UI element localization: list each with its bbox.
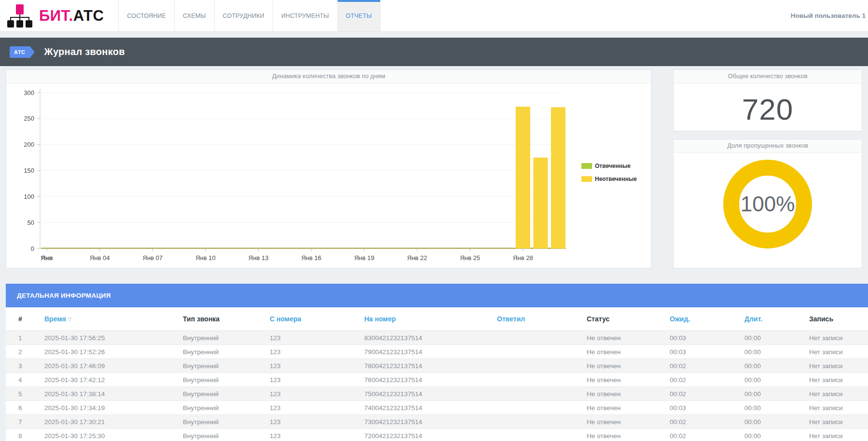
col-wait[interactable]: Ожид.	[670, 307, 744, 331]
chart-title: Динамика количества звонков по дням	[6, 70, 651, 83]
svg-text:100: 100	[24, 193, 34, 200]
call-cell: Нет записи	[809, 331, 868, 345]
legend-label: Отвеченные	[595, 163, 631, 169]
call-cell: 00:00	[744, 359, 809, 373]
call-cell: Нет записи	[809, 429, 868, 441]
org-chart-logo-icon	[7, 4, 33, 28]
call-cell	[497, 373, 587, 387]
call-cell: Внутренний	[183, 373, 270, 387]
call-cell: 7900421232137514	[364, 345, 497, 359]
col-time[interactable]: Время▽	[44, 307, 183, 331]
call-cell: Внутренний	[183, 345, 270, 359]
tab-instrumenty[interactable]: ИНСТРУМЕНТЫ	[273, 0, 338, 31]
call-cell: 00:02	[670, 359, 744, 373]
call-cell: 123	[270, 387, 364, 401]
call-cell: Нет записи	[809, 345, 868, 359]
brand-name: БИТ.АТС	[39, 7, 104, 25]
bar-chart-svg: 050100150200250300ЯнвЯнв 04Янв 07Янв 10Я…	[6, 83, 664, 269]
user-menu[interactable]: Новый пользователь 1	[791, 0, 868, 31]
stats-column: Общее количество звонков 720 Доля пропущ…	[673, 69, 862, 268]
call-cell: 3	[6, 359, 44, 373]
legend-swatch-icon	[581, 163, 592, 169]
call-cell: 2025-01-30 17:38:14	[44, 387, 183, 401]
call-cell: 6	[6, 401, 44, 415]
svg-text:Янв 28: Янв 28	[513, 254, 533, 262]
main-nav: СОСТОЯНИЕ СХЕМЫ СОТРУДНИКИ ИНСТРУМЕНТЫ О…	[118, 0, 380, 31]
call-cell: 00:03	[670, 401, 744, 415]
call-cell: Внутренний	[183, 331, 270, 345]
svg-text:Янв 22: Янв 22	[407, 254, 427, 262]
svg-text:50: 50	[28, 219, 34, 226]
svg-text:150: 150	[24, 167, 34, 174]
tab-sostoyanie[interactable]: СОСТОЯНИЕ	[118, 0, 175, 31]
call-row: 22025-01-30 17:52:26Внутренний1237900421…	[6, 345, 868, 359]
call-cell	[497, 387, 587, 401]
legend-label: Неотвеченные	[595, 176, 637, 182]
call-cell: 00:00	[744, 331, 809, 345]
call-cell: 00:03	[670, 331, 744, 345]
call-cell: Нет записи	[809, 401, 868, 415]
call-cell: Не отвечен	[587, 373, 670, 387]
tab-shemy[interactable]: СХЕМЫ	[175, 0, 214, 31]
missed-share-card: Доля пропущенных звонков 100%	[673, 139, 862, 268]
call-cell: 2025-01-30 17:30:21	[44, 415, 183, 429]
call-cell: 1	[6, 331, 44, 345]
legend-item[interactable]: Неотвеченные	[581, 176, 637, 182]
top-bar: БИТ.АТС СОСТОЯНИЕ СХЕМЫ СОТРУДНИКИ ИНСТР…	[0, 0, 868, 32]
call-cell: 00:00	[744, 429, 809, 441]
tab-otchety[interactable]: ОТЧЕТЫ	[338, 0, 381, 31]
call-cell: 7200421232137514	[364, 429, 497, 441]
call-cell: 7600421232137514	[364, 373, 497, 387]
call-cell: 00:02	[670, 415, 744, 429]
call-cell: 00:00	[744, 373, 809, 387]
call-row: 82025-01-30 17:25:30Внутренний1237200421…	[6, 429, 868, 441]
svg-text:Янв 10: Янв 10	[195, 254, 216, 262]
call-cell: Нет записи	[809, 373, 868, 387]
call-cell: 2	[6, 345, 44, 359]
call-cell: 7	[6, 415, 44, 429]
call-cell: Не отвечен	[587, 345, 670, 359]
legend-item[interactable]: Отвеченные	[581, 163, 637, 169]
sort-desc-icon: ▽	[68, 317, 72, 322]
call-cell: 7400421232137514	[364, 401, 497, 415]
total-calls-value: 720	[674, 92, 862, 126]
col-duration[interactable]: Длит.	[744, 307, 809, 331]
call-cell: 00:00	[744, 387, 809, 401]
missed-share-donut: 100%	[723, 160, 812, 248]
tab-sotrudniki[interactable]: СОТРУДНИКИ	[215, 0, 273, 31]
call-cell: 00:00	[744, 415, 809, 429]
call-cell: Нет записи	[809, 359, 868, 373]
svg-text:Янв: Янв	[41, 254, 53, 262]
call-cell: Внутренний	[183, 415, 270, 429]
call-cell: Не отвечен	[587, 429, 670, 441]
call-cell	[497, 359, 587, 373]
calls-dynamics-card: Динамика количества звонков по дням 0501…	[6, 69, 651, 268]
call-cell	[497, 345, 587, 359]
call-cell: 123	[270, 429, 364, 441]
call-cell: Не отвечен	[587, 359, 670, 373]
call-cell: 8300421232137514	[364, 331, 497, 345]
col-from-number[interactable]: С номера	[270, 307, 364, 331]
call-cell: Внутренний	[183, 401, 270, 415]
call-cell	[497, 429, 587, 441]
call-cell: Нет записи	[809, 415, 868, 429]
col-answered-by[interactable]: Ответил	[497, 307, 587, 331]
brand-logo[interactable]: БИТ.АТС	[0, 0, 118, 31]
detail-section-header: ДЕТАЛЬНАЯ ИНФОРМАЦИЯ	[6, 284, 868, 307]
call-cell: 00:00	[744, 401, 809, 415]
col-record: Запись	[809, 307, 868, 331]
total-calls-title: Общее количество звонков	[674, 70, 862, 83]
call-cell: Не отвечен	[587, 387, 670, 401]
call-row: 42025-01-30 17:42:12Внутренний1237600421…	[6, 373, 868, 387]
call-cell: 123	[270, 331, 364, 345]
call-cell	[497, 331, 587, 345]
total-calls-card: Общее количество звонков 720	[673, 69, 862, 131]
col-to-number[interactable]: На номер	[364, 307, 497, 331]
call-cell: Не отвечен	[587, 331, 670, 345]
col-status: Статус	[587, 307, 670, 331]
svg-text:Янв 25: Янв 25	[460, 254, 480, 262]
call-cell: 123	[270, 359, 364, 373]
call-cell: Внутренний	[183, 359, 270, 373]
col-call-type: Тип звонка	[183, 307, 270, 331]
svg-text:Янв 16: Янв 16	[301, 254, 321, 262]
